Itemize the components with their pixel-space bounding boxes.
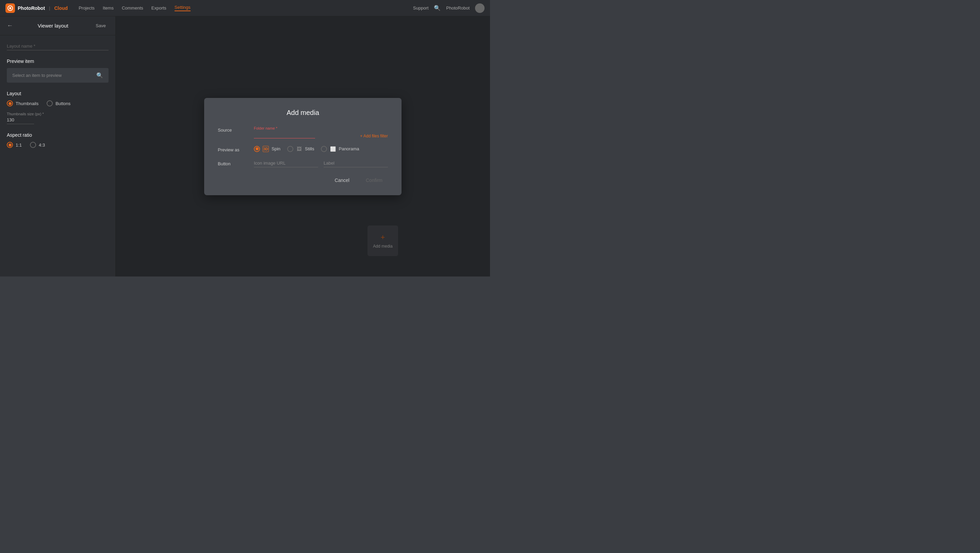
aspect-1-1-radio[interactable] [7,142,13,148]
aspect-ratio-title: Aspect ratio [7,132,108,138]
preview-as-row: Preview as 3D Spin [218,146,388,153]
modal-title: Add media [218,109,388,117]
nav-comments[interactable]: Comments [122,5,143,11]
preview-item-selector[interactable]: Select an item to preview 🔍 [7,68,108,83]
preview-panorama[interactable]: ⬜ Panorama [321,146,359,152]
folder-name-input[interactable] [254,131,315,138]
add-files-filter-link[interactable]: + Add files filter [360,133,388,138]
topnav: PhotoRobot | Cloud Projects Items Commen… [0,0,490,16]
aspect-ratio-group: Aspect ratio 1:1 4:3 [7,132,108,148]
source-row: Source Folder name * + Add files filter [218,126,388,138]
logo[interactable]: PhotoRobot | Cloud [5,3,68,13]
nav-settings[interactable]: Settings [175,5,191,11]
preview-placeholder-text: Select an item to preview [12,73,62,78]
preview-section-title: Preview item [7,59,108,64]
nav-exports[interactable]: Exports [151,5,166,11]
panorama-icon: ⬜ [330,146,336,152]
aspect-1-1-label: 1:1 [16,143,22,148]
stills-icon: 🖼 [296,146,302,152]
layout-section-title: Layout [7,91,108,96]
search-icon[interactable]: 🔍 [434,5,441,11]
logo-cloud: Cloud [54,5,68,11]
preview-as-label: Preview as [218,146,248,153]
button-row: Button [218,160,388,167]
modal-button-row: Cancel Confirm [218,175,388,186]
source-inner: Folder name * + Add files filter [254,126,388,138]
aspect-1-1-inner [8,143,11,146]
back-button[interactable]: ← [7,22,13,29]
spin-radio-inner [256,147,259,150]
modal-overlay: Add media Source Folder name * + Add fil… [116,16,490,276]
thumbnails-size-label: Thumbnails size (px) * [7,112,108,116]
panorama-radio[interactable] [321,146,327,152]
layout-buttons[interactable]: Buttons [47,100,70,106]
layout-name-input[interactable] [7,42,108,50]
layout-group: Layout Thumbnails Buttons Thumbnails siz… [7,91,108,124]
aspect-4-3[interactable]: 4:3 [30,142,45,148]
sidebar-body: Preview item Select an item to preview 🔍… [0,35,115,276]
button-inputs-group [254,160,388,167]
preview-as-radio-group: 3D Spin 🖼 Stills [254,146,388,152]
aspect-4-3-radio[interactable] [30,142,36,148]
spin-radio[interactable] [254,146,260,152]
thumbnails-size-field: Thumbnails size (px) * 130 [7,112,108,124]
preview-as-content: 3D Spin 🖼 Stills [254,146,388,152]
button-inputs-content [254,160,388,167]
layout-thumbnails[interactable]: Thumbnails [7,100,38,106]
source-content: Folder name * + Add files filter [254,126,388,138]
layout-name-group [7,42,108,50]
icon-image-url-input[interactable] [254,160,318,167]
label-input[interactable] [324,160,388,167]
logo-divider: | [49,5,50,11]
preview-stills[interactable]: 🖼 Stills [287,146,314,152]
layout-radio-group: Thumbnails Buttons [7,100,108,106]
source-label: Source [218,126,248,133]
buttons-radio[interactable] [47,100,53,106]
avatar[interactable] [475,3,485,13]
aspect-1-1[interactable]: 1:1 [7,142,22,148]
stills-label: Stills [305,146,314,151]
thumbnails-radio[interactable] [7,100,13,106]
topnav-right: Support 🔍 PhotoRobot [413,3,485,13]
preview-search-icon: 🔍 [96,72,103,79]
sidebar-header: ← Viewer layout Save [0,16,115,35]
logo-icon [5,3,15,13]
preview-spin[interactable]: 3D Spin [254,146,280,152]
nav-projects[interactable]: Projects [79,5,95,11]
stills-radio[interactable] [287,146,293,152]
nav-username: PhotoRobot [446,5,469,11]
nav-items[interactable]: Items [103,5,114,11]
content-area: + Add media Add media Source Folder name… [116,16,490,276]
buttons-label: Buttons [56,101,70,106]
aspect-4-3-label: 4:3 [39,143,45,148]
folder-name-group: Folder name * [254,126,315,138]
spin-label: Spin [272,146,280,151]
sidebar-title: Viewer layout [17,23,89,29]
sidebar: ← Viewer layout Save Preview item Select… [0,16,116,276]
save-button[interactable]: Save [93,22,108,30]
add-media-modal: Add media Source Folder name * + Add fil… [204,98,401,195]
panorama-label: Panorama [339,146,359,151]
thumbnails-radio-inner [8,102,11,105]
logo-text: PhotoRobot [18,5,45,11]
main-layout: ← Viewer layout Save Preview item Select… [0,16,490,276]
thumbnails-label: Thumbnails [16,101,38,106]
thumbnails-size-value: 130 [7,117,34,124]
aspect-ratio-radio-group: 1:1 4:3 [7,142,108,148]
support-link[interactable]: Support [413,5,429,11]
folder-name-label: Folder name * [254,126,315,130]
preview-item-group: Preview item Select an item to preview 🔍 [7,59,108,83]
confirm-button[interactable]: Confirm [360,175,388,186]
cancel-button[interactable]: Cancel [329,175,355,186]
svg-point-2 [9,7,11,9]
spin-icon: 3D [263,146,269,152]
button-row-label: Button [218,160,248,166]
